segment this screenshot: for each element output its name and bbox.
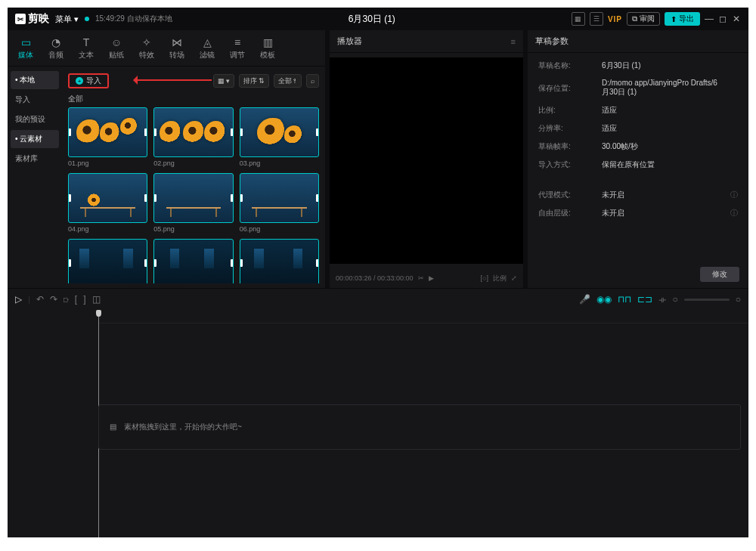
review-button[interactable]: ⧉审阅 bbox=[627, 12, 660, 26]
undo-button[interactable]: ↶ bbox=[36, 294, 44, 305]
tool-filter[interactable]: ◬滤镜 bbox=[192, 30, 222, 66]
bracket-right-icon[interactable]: ] bbox=[83, 294, 85, 305]
params-header: 草稿参数 bbox=[528, 30, 748, 53]
tool-audio[interactable]: ◔音频 bbox=[41, 30, 71, 66]
title-controls: ▦ ☰ VIP ⧉审阅 ⬆导出 — ◻ ✕ bbox=[572, 12, 741, 26]
params-panel: 草稿参数 草稿名称:6月30日 (1) 保存位置:D:/momo app/Jia… bbox=[528, 30, 748, 288]
param-row: 代理模式:未开启ⓘ bbox=[538, 190, 738, 200]
media-item[interactable]: 09.png bbox=[240, 239, 319, 283]
sidemenu-local[interactable]: • 本地 bbox=[11, 71, 59, 89]
tool-sticker[interactable]: ☺贴纸 bbox=[101, 30, 132, 66]
sticker-icon: ☺ bbox=[111, 36, 122, 48]
timeline-ruler[interactable] bbox=[98, 310, 748, 323]
param-row: 分辨率:适应 bbox=[538, 123, 738, 134]
fit-icon[interactable]: [○] bbox=[481, 274, 488, 282]
bracket-left-icon[interactable]: [ bbox=[75, 294, 77, 305]
timeline-toolbar: ▷ | ↶ ↷ ⟥ [ ] ◫ 🎤 ◉◉ ⊓⊓ ⊏⊐ ⟛ ○ ○ bbox=[8, 289, 748, 310]
info-icon[interactable]: ⓘ bbox=[730, 208, 738, 218]
media-item[interactable]: 06.png bbox=[240, 173, 319, 233]
zoom-slider[interactable] bbox=[684, 299, 730, 301]
param-row: 导入方式:保留在原有位置 bbox=[538, 159, 738, 170]
split-icon[interactable]: ⟥ bbox=[64, 294, 69, 305]
tool-text[interactable]: T文本 bbox=[71, 30, 101, 66]
media-toolbar: + 导入 ▦ ▾ 排序 ⇅ 全部 ⫯ ⌕ bbox=[68, 71, 319, 91]
snap-icon[interactable]: ◉◉ bbox=[596, 294, 612, 305]
link-icon[interactable]: ⊏⊐ bbox=[637, 294, 652, 305]
modify-button[interactable]: 修改 bbox=[700, 267, 739, 282]
play-button[interactable]: ▶ bbox=[429, 274, 434, 282]
player-menu-icon[interactable]: ≡ bbox=[511, 37, 516, 46]
delete-icon[interactable]: ◫ bbox=[92, 294, 101, 305]
media-item[interactable]: 07.png bbox=[68, 239, 147, 283]
filter-all-button[interactable]: 全部 ⫯ bbox=[274, 74, 302, 88]
sidemenu-import[interactable]: 导入 bbox=[11, 91, 59, 109]
redo-button[interactable]: ↷ bbox=[50, 294, 57, 305]
cut-icon[interactable]: ✂ bbox=[418, 274, 424, 282]
search-icon: ⌕ bbox=[311, 77, 314, 85]
maximize-button[interactable]: ◻ bbox=[718, 14, 727, 24]
chevron-down-icon: ▾ bbox=[74, 14, 79, 24]
media-item[interactable]: 08.png bbox=[153, 239, 233, 283]
tool-template[interactable]: ▥模板 bbox=[253, 30, 283, 66]
info-icon[interactable]: ⓘ bbox=[730, 190, 738, 200]
tool-media[interactable]: ▭媒体 bbox=[11, 30, 41, 66]
sidemenu-library[interactable]: 素材库 bbox=[11, 150, 59, 168]
import-button[interactable]: + 导入 bbox=[68, 73, 109, 88]
layout-icon[interactable]: ▦ bbox=[572, 12, 585, 26]
search-button[interactable]: ⌕ bbox=[306, 74, 319, 88]
media-item[interactable]: 01.png bbox=[68, 107, 147, 167]
media-section-label: 全部 bbox=[68, 94, 319, 104]
annotation-arrow bbox=[129, 76, 212, 85]
pointer-tool-icon[interactable]: ▷ bbox=[15, 294, 22, 305]
tool-adjust[interactable]: ≡调节 bbox=[222, 30, 253, 66]
template-icon: ▥ bbox=[263, 36, 273, 48]
vip-badge[interactable]: VIP bbox=[608, 15, 622, 23]
zoom-out-icon[interactable]: ○ bbox=[673, 294, 678, 305]
param-row: 草稿名称:6月30日 (1) bbox=[538, 60, 738, 71]
media-item[interactable]: 05.png bbox=[153, 173, 233, 233]
minimize-button[interactable]: — bbox=[705, 14, 714, 24]
ratio-button[interactable]: 比例 bbox=[493, 274, 507, 283]
export-icon: ⬆ bbox=[671, 15, 677, 23]
timeline-body[interactable]: ▤ 素材拖拽到这里，开始你的大作吧~ bbox=[8, 310, 748, 543]
app-window: ✂ 剪映 菜单▾ 15:49:29 自动保存本地 6月30日 (1) ▦ ☰ V… bbox=[8, 8, 748, 543]
transition-icon: ⋈ bbox=[172, 36, 182, 48]
player-viewport[interactable] bbox=[330, 57, 523, 264]
zoom-in-icon[interactable]: ○ bbox=[736, 294, 741, 305]
player-time: 00:00:03:26 / 00:33:00:00 bbox=[336, 274, 414, 282]
effects-icon: ✧ bbox=[142, 36, 151, 48]
menu-button[interactable]: 菜单▾ bbox=[55, 14, 79, 25]
text-icon: T bbox=[83, 36, 90, 48]
sidemenu-presets[interactable]: 我的预设 bbox=[11, 110, 59, 128]
media-icon: ▭ bbox=[21, 36, 31, 48]
tool-effects[interactable]: ✧特效 bbox=[132, 30, 162, 66]
list-icon[interactable]: ☰ bbox=[590, 12, 603, 26]
plus-icon: + bbox=[76, 77, 83, 85]
player-header: 播放器 ≡ bbox=[330, 30, 523, 53]
media-item[interactable]: 04.png bbox=[68, 173, 147, 233]
param-row: 草稿帧率:30.00帧/秒 bbox=[538, 141, 738, 152]
audio-icon: ◔ bbox=[51, 36, 60, 48]
sort-button[interactable]: 排序 ⇅ bbox=[239, 74, 269, 88]
media-item[interactable]: 03.png bbox=[240, 107, 319, 167]
magnet-icon[interactable]: ⊓⊓ bbox=[618, 294, 631, 305]
app-logo: ✂ 剪映 bbox=[15, 12, 49, 26]
media-item[interactable]: 02.png bbox=[153, 107, 233, 167]
tool-tabs: ▭媒体 ◔音频 T文本 ☺贴纸 ✧特效 ⋈转场 ◬滤镜 ≡调节 ▥模板 bbox=[8, 30, 325, 67]
timeline-drop-hint: ▤ 素材拖拽到这里，开始你的大作吧~ bbox=[98, 404, 741, 450]
player-controls: 00:00:03:26 / 00:33:00:00 ✂ ▶ [○] 比例 ⤢ bbox=[330, 268, 523, 288]
align-icon[interactable]: ⟛ bbox=[658, 294, 667, 305]
autosave-status: 15:49:29 自动保存本地 bbox=[95, 14, 172, 24]
project-title: 6月30日 (1) bbox=[349, 13, 395, 26]
mic-icon[interactable]: 🎤 bbox=[579, 294, 590, 305]
fullscreen-icon[interactable]: ⤢ bbox=[511, 274, 517, 282]
close-button[interactable]: ✕ bbox=[732, 14, 741, 24]
sidemenu-cloud[interactable]: • 云素材 bbox=[11, 130, 59, 148]
film-icon: ▤ bbox=[110, 423, 116, 431]
export-button[interactable]: ⬆导出 bbox=[665, 12, 700, 26]
media-grid: 01.png 02.png 03.png 04.png 05.png 06.pn… bbox=[68, 107, 319, 283]
media-browser: + 导入 ▦ ▾ 排序 ⇅ 全部 ⫯ ⌕ 全部 bbox=[62, 67, 325, 288]
autosave-status-icon bbox=[85, 17, 89, 21]
tool-transition[interactable]: ⋈转场 bbox=[162, 30, 192, 66]
view-mode-button[interactable]: ▦ ▾ bbox=[213, 74, 234, 88]
